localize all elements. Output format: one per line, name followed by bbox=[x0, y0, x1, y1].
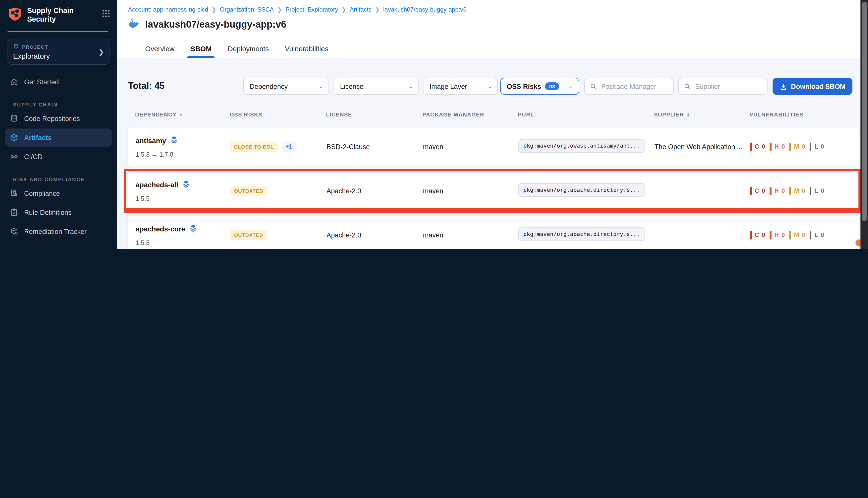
oss-risk-badge: CLOSE TO EOL bbox=[230, 141, 278, 152]
column-header-vulnerabilities[interactable]: VULNERABILITIES bbox=[750, 112, 803, 117]
vulnerability-count-label: M 0 bbox=[794, 143, 806, 150]
sidebar-item-code-repositories[interactable]: Code Repositories bbox=[5, 109, 112, 128]
purl-cell: pkg:maven/org.apache.directory.s... bbox=[518, 227, 655, 243]
sidebar-item-get-started[interactable]: Get Started bbox=[5, 73, 112, 91]
dependency-version: 1.5.3 → 1.7.8 bbox=[135, 151, 230, 158]
oss-risks-filter-label: OSS Risks bbox=[507, 82, 541, 90]
total-count: Total: 45 bbox=[128, 81, 165, 91]
dependency-name-text: apacheds-all bbox=[135, 181, 178, 188]
vulnerability-count-high: H 0 bbox=[769, 142, 785, 151]
breadcrumb-separator: ❯ bbox=[212, 6, 216, 13]
chevron-down-icon: ⌄ bbox=[488, 83, 492, 90]
breadcrumb-link[interactable]: Artifacts bbox=[350, 6, 372, 13]
breadcrumb-link[interactable]: Organization: SSCA bbox=[220, 6, 274, 13]
sidebar-item-label: Code Repositories bbox=[24, 115, 80, 122]
tab-vulnerabilities[interactable]: Vulnerabilities bbox=[284, 41, 329, 58]
vulnerability-count-high: H 0 bbox=[769, 231, 785, 239]
column-header-dependency[interactable]: DEPENDENCY▼ bbox=[135, 112, 183, 117]
severity-bar bbox=[789, 231, 791, 239]
tab-overview[interactable]: Overview bbox=[144, 41, 176, 58]
scrollbar[interactable] bbox=[860, 0, 868, 249]
dependency-cell: apacheds-core1.5.5 bbox=[135, 224, 230, 246]
doc-search-icon bbox=[10, 189, 18, 198]
breadcrumb-separator: ❯ bbox=[277, 6, 282, 13]
package-manager-cell: maven bbox=[423, 187, 518, 195]
purl-chip[interactable]: pkg:maven/org.owasp.antisamy/ant... bbox=[518, 139, 645, 152]
purl-chip[interactable]: pkg:maven/org.apache.directory.s... bbox=[518, 227, 645, 241]
vulnerability-count-high: H 0 bbox=[769, 186, 785, 195]
dependency-filter-dropdown[interactable]: Dependency ⌄ bbox=[243, 78, 329, 95]
purl-chip[interactable]: pkg:maven/org.apache.directory.s... bbox=[518, 183, 645, 197]
chevron-down-icon: ⌄ bbox=[409, 83, 413, 90]
project-selector[interactable]: PROJECT Exploratory ❯ bbox=[8, 39, 109, 65]
sort-toggle-icon[interactable]: ▲▼ bbox=[687, 112, 690, 117]
column-header-license[interactable]: LICENSE bbox=[326, 112, 352, 117]
severity-bar bbox=[769, 231, 771, 239]
vulnerability-count-label: C 0 bbox=[755, 232, 765, 238]
vulnerability-count-medium: M 0 bbox=[789, 231, 806, 239]
column-header-purl[interactable]: PURL bbox=[518, 112, 534, 117]
column-header-package-manager[interactable]: PACKAGE MANAGER bbox=[423, 112, 484, 117]
download-sbom-button[interactable]: Download SBOM bbox=[773, 78, 852, 95]
breadcrumb-link[interactable]: lavakush07/easy-buggy-app:v6 bbox=[383, 6, 467, 13]
breadcrumb-link[interactable]: Account: app-harness-ng-cicd bbox=[128, 6, 208, 13]
sidebar-item-rule-definitions[interactable]: Rule Definitions bbox=[5, 203, 112, 221]
vulnerability-count-critical: C 0 bbox=[750, 186, 765, 195]
chevron-down-icon: ⌄ bbox=[319, 83, 324, 90]
tab-sbom[interactable]: SBOM bbox=[190, 41, 213, 58]
dependency-name: apacheds-all bbox=[135, 180, 230, 189]
supplier-cell: The Open Web Application ... bbox=[655, 143, 750, 150]
dependency-name: antisamy bbox=[135, 135, 230, 145]
nav-section-label: RISK AND COMPLIANCE bbox=[13, 177, 117, 182]
sidebar-item-label: Get Started bbox=[24, 78, 59, 86]
main-area: Account: app-harness-ng-cicd❯Organizatio… bbox=[117, 0, 868, 249]
sidebar-item-ci-cd[interactable]: CI/CD bbox=[5, 148, 112, 166]
tab-deployments[interactable]: Deployments bbox=[227, 41, 270, 58]
package-manager-search-input[interactable] bbox=[600, 82, 668, 91]
vulnerability-count-label: M 0 bbox=[794, 187, 806, 194]
page-title: lavakush07/easy-buggy-app:v6 bbox=[145, 19, 286, 30]
package-manager-search bbox=[584, 78, 674, 95]
oss-risk-badge: OUTDATED bbox=[230, 185, 267, 196]
column-header-label: OSS RISKS bbox=[230, 112, 262, 117]
column-header-oss-risks[interactable]: OSS RISKS bbox=[230, 112, 262, 117]
sidebar-item-remediation-tracker[interactable]: Remediation Tracker bbox=[5, 222, 112, 240]
image-layer-filter-label: Image Layer bbox=[429, 82, 467, 90]
sbom-content: Total: 45 Dependency ⌄ License ⌄ Image L… bbox=[117, 58, 868, 249]
vulnerability-count-label: C 0 bbox=[755, 187, 765, 194]
image-layer-filter-dropdown[interactable]: Image Layer ⌄ bbox=[423, 78, 498, 95]
column-header-label: PURL bbox=[518, 112, 534, 117]
vulnerability-count-label: L 0 bbox=[815, 187, 825, 194]
infinity-icon bbox=[10, 152, 18, 161]
supplier-search-input[interactable] bbox=[694, 82, 762, 91]
sidebar-item-label: Remediation Tracker bbox=[24, 228, 87, 235]
column-header-supplier[interactable]: SUPPLIER▲▼ bbox=[654, 112, 690, 117]
dependency-cell: apacheds-all1.5.5 bbox=[135, 180, 230, 202]
table-row[interactable]: apacheds-all1.5.5OUTDATEDApache-2.0maven… bbox=[127, 171, 860, 210]
sidebar-item-label: CI/CD bbox=[24, 153, 43, 160]
table-row[interactable]: apacheds-core1.5.5OUTDATEDApache-2.0mave… bbox=[127, 215, 860, 249]
sidebar-item-compliance[interactable]: Compliance bbox=[5, 184, 112, 202]
oss-risks-filter-dropdown[interactable]: OSS Risks 03 ⌄ bbox=[500, 78, 579, 95]
vulnerability-count-critical: C 0 bbox=[750, 231, 765, 239]
vulnerability-count-label: C 0 bbox=[755, 143, 765, 150]
license-filter-dropdown[interactable]: License ⌄ bbox=[334, 78, 419, 95]
table-rows: antisamy1.5.3 → 1.7.8CLOSE TO EOL+1BSD-2… bbox=[127, 127, 860, 249]
home-icon bbox=[10, 77, 18, 86]
breadcrumb-separator: ❯ bbox=[341, 6, 346, 13]
scrollbar-thumb[interactable] bbox=[862, 2, 867, 221]
vulnerability-count-label: L 0 bbox=[815, 232, 825, 238]
table-row[interactable]: antisamy1.5.3 → 1.7.8CLOSE TO EOL+1BSD-2… bbox=[127, 127, 860, 166]
oss-risk-badge: OUTDATED bbox=[230, 230, 267, 240]
vulnerability-count-medium: M 0 bbox=[789, 142, 806, 151]
severity-bar bbox=[789, 142, 791, 151]
sidebar-item-artifacts[interactable]: Artifacts bbox=[5, 129, 112, 147]
download-icon bbox=[779, 82, 787, 90]
app-grid-icon[interactable] bbox=[102, 10, 110, 19]
sidebar: Supply Chain Security PROJECT bbox=[0, 0, 117, 249]
sidebar-item-label: Artifacts bbox=[24, 134, 52, 141]
severity-bar bbox=[750, 186, 752, 195]
sort-descending-icon[interactable]: ▼ bbox=[179, 113, 183, 116]
breadcrumb-link[interactable]: Project: Exploratory bbox=[286, 6, 338, 13]
chevron-down-icon: ⌄ bbox=[569, 83, 574, 90]
